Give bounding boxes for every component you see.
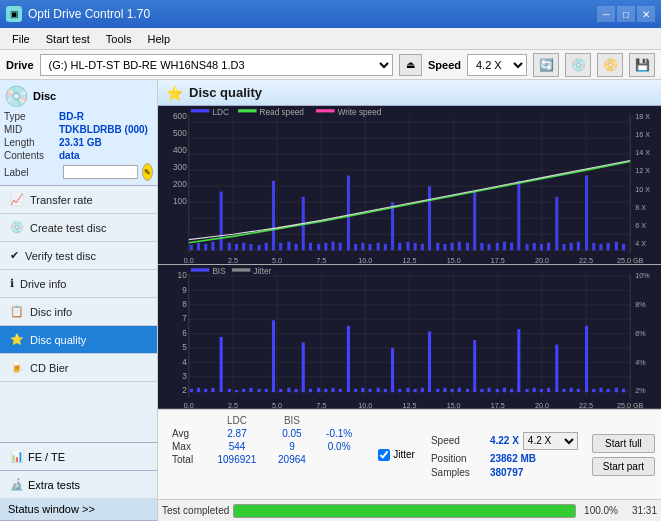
svg-text:BIS: BIS bbox=[212, 266, 226, 276]
speed-row: Speed 4.22 X 4.2 X bbox=[431, 432, 578, 450]
nav-cd-bier[interactable]: 🍺 CD Bier bbox=[0, 354, 157, 382]
svg-rect-188 bbox=[391, 348, 394, 392]
nav-extra-tests[interactable]: 🔬 Extra tests bbox=[0, 471, 157, 498]
svg-rect-60 bbox=[249, 244, 252, 250]
col-header-ldc: LDC bbox=[206, 414, 268, 427]
svg-rect-177 bbox=[309, 389, 312, 392]
svg-rect-61 bbox=[258, 245, 261, 250]
nav-disc-info[interactable]: 📋 Disc info bbox=[0, 298, 157, 326]
svg-rect-164 bbox=[211, 388, 214, 392]
nav-drive-info[interactable]: ℹ Drive info bbox=[0, 270, 157, 298]
transfer-rate-icon: 📈 bbox=[10, 193, 24, 206]
svg-rect-167 bbox=[235, 390, 238, 392]
svg-text:10: 10 bbox=[178, 270, 187, 280]
svg-text:16 X: 16 X bbox=[635, 130, 650, 139]
svg-rect-103 bbox=[570, 243, 573, 250]
disc-button2[interactable]: 📀 bbox=[597, 53, 623, 77]
svg-rect-66 bbox=[295, 244, 298, 250]
col-header-empty bbox=[166, 414, 206, 427]
svg-rect-219 bbox=[622, 389, 625, 392]
chart2-svg: 10 9 8 7 6 5 4 3 2 10% 8% 6% 4% 2% 0.0 bbox=[158, 265, 661, 409]
svg-rect-86 bbox=[443, 244, 446, 250]
svg-rect-212 bbox=[570, 388, 573, 392]
svg-rect-85 bbox=[436, 243, 439, 250]
svg-text:7.5: 7.5 bbox=[316, 401, 326, 409]
minimize-button[interactable]: ─ bbox=[597, 6, 615, 22]
disc-button1[interactable]: 💿 bbox=[565, 53, 591, 77]
svg-text:22.5: 22.5 bbox=[579, 256, 593, 264]
svg-rect-89 bbox=[466, 243, 469, 250]
svg-text:20.0: 20.0 bbox=[535, 401, 549, 409]
nav-verify-test-disc[interactable]: ✔ Verify test disc bbox=[0, 242, 157, 270]
drive-info-icon: ℹ bbox=[10, 277, 14, 290]
max-bis: 9 bbox=[268, 440, 316, 453]
save-button[interactable]: 💾 bbox=[629, 53, 655, 77]
nav-disc-quality[interactable]: ⭐ Disc quality bbox=[0, 326, 157, 354]
label-input[interactable] bbox=[63, 165, 138, 179]
extra-tests-label: Extra tests bbox=[28, 479, 80, 491]
svg-text:6 X: 6 X bbox=[635, 221, 646, 230]
svg-text:12.5: 12.5 bbox=[403, 401, 417, 409]
jitter-checkbox[interactable] bbox=[378, 449, 390, 461]
svg-rect-64 bbox=[279, 243, 282, 250]
total-label: Total bbox=[166, 453, 206, 466]
status-window[interactable]: Status window >> bbox=[0, 498, 157, 521]
content-title: Disc quality bbox=[189, 85, 262, 100]
length-label: Length bbox=[4, 137, 59, 148]
content-header: ⭐ Disc quality bbox=[158, 80, 661, 106]
fe-te-label: FE / TE bbox=[28, 451, 65, 463]
svg-text:4: 4 bbox=[182, 356, 187, 366]
label-btn[interactable]: ✎ bbox=[142, 163, 153, 181]
stats-avg-row: Avg 2.87 0.05 -0.1% bbox=[166, 427, 362, 440]
nav-create-test-disc[interactable]: 💿 Create test disc bbox=[0, 214, 157, 242]
type-label: Type bbox=[4, 111, 59, 122]
disc-quality-icon: ⭐ bbox=[10, 333, 24, 346]
chart2-container: 10 9 8 7 6 5 4 3 2 10% 8% 6% 4% 2% 0.0 bbox=[158, 265, 661, 409]
speed-row-label: Speed bbox=[431, 435, 486, 446]
svg-text:10.0: 10.0 bbox=[358, 401, 372, 409]
disc-quality-label: Disc quality bbox=[30, 334, 86, 346]
menu-tools[interactable]: Tools bbox=[98, 31, 140, 47]
start-part-button[interactable]: Start part bbox=[592, 457, 655, 476]
maximize-button[interactable]: □ bbox=[617, 6, 635, 22]
svg-text:6%: 6% bbox=[635, 329, 646, 338]
drive-select[interactable]: (G:) HL-DT-ST BD-RE WH16NS48 1.D3 bbox=[40, 54, 393, 76]
close-button[interactable]: ✕ bbox=[637, 6, 655, 22]
menu-start-test[interactable]: Start test bbox=[38, 31, 98, 47]
sidebar: 💿 Disc Type BD-R MID TDKBLDRBB (000) Len… bbox=[0, 80, 158, 521]
svg-rect-179 bbox=[324, 389, 327, 392]
svg-rect-79 bbox=[391, 202, 394, 250]
menu-file[interactable]: File bbox=[4, 31, 38, 47]
eject-button[interactable]: ⏏ bbox=[399, 54, 422, 76]
svg-text:Jitter: Jitter bbox=[253, 266, 271, 276]
svg-text:10%: 10% bbox=[635, 271, 650, 280]
svg-rect-171 bbox=[265, 389, 268, 392]
stats-total-row: Total 1096921 20964 bbox=[166, 453, 362, 466]
verify-test-disc-label: Verify test disc bbox=[25, 250, 96, 262]
menu-help[interactable]: Help bbox=[139, 31, 178, 47]
speed-dropdown[interactable]: 4.2 X bbox=[523, 432, 578, 450]
svg-rect-48 bbox=[238, 109, 256, 112]
nav-fe-te[interactable]: 📊 FE / TE bbox=[0, 443, 157, 471]
chart1-container: 600 500 400 300 200 100 18 X 16 X 14 X 1… bbox=[158, 106, 661, 265]
drive-info-label: Drive info bbox=[20, 278, 66, 290]
main-layout: 💿 Disc Type BD-R MID TDKBLDRBB (000) Len… bbox=[0, 80, 661, 521]
svg-rect-189 bbox=[398, 389, 401, 392]
btn-col: Start full Start part bbox=[586, 410, 661, 499]
svg-rect-204 bbox=[510, 389, 513, 392]
svg-text:100: 100 bbox=[173, 196, 187, 206]
svg-text:3: 3 bbox=[182, 371, 187, 381]
svg-text:2.5: 2.5 bbox=[228, 256, 238, 264]
speed-label: Speed bbox=[428, 59, 461, 71]
refresh-button[interactable]: 🔄 bbox=[533, 53, 559, 77]
svg-rect-50 bbox=[316, 109, 334, 112]
svg-rect-99 bbox=[540, 244, 543, 250]
svg-rect-72 bbox=[339, 243, 342, 250]
progress-bar-area: Test completed 100.0% 31:31 bbox=[158, 499, 661, 521]
start-full-button[interactable]: Start full bbox=[592, 434, 655, 453]
speed-select[interactable]: 4.2 X bbox=[467, 54, 527, 76]
nav-items: 📈 Transfer rate 💿 Create test disc ✔ Ver… bbox=[0, 186, 157, 442]
svg-rect-91 bbox=[480, 243, 483, 250]
svg-rect-178 bbox=[317, 388, 320, 392]
nav-transfer-rate[interactable]: 📈 Transfer rate bbox=[0, 186, 157, 214]
